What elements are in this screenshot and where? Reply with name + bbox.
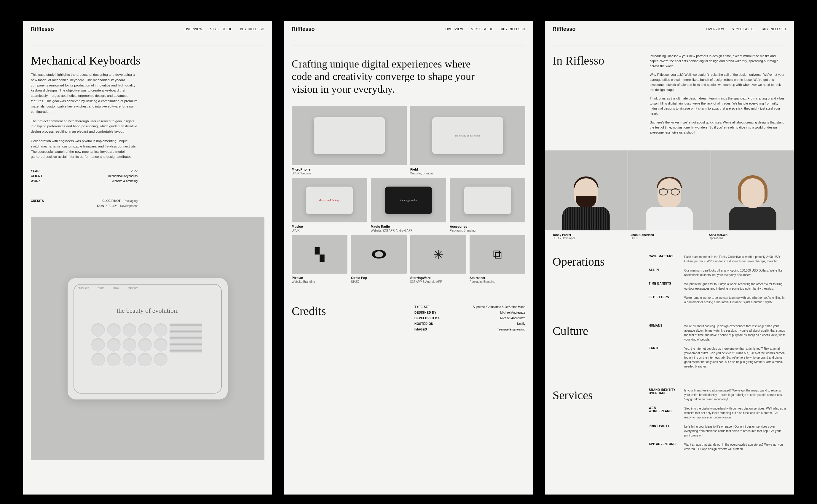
tablet-mockup: productsstorenowsupport the beauty of ev… <box>68 278 228 399</box>
avatar <box>545 150 628 230</box>
page-title: Mechanical Keyboards <box>31 54 265 68</box>
pane-case-study: Rifflesso OVERVIEW STYLE GUIDE BUY RIFLE… <box>23 21 272 495</box>
nav-overview[interactable]: OVERVIEW <box>446 28 463 31</box>
card-circlepop[interactable]: O Circle Pop UI/UX <box>351 235 407 286</box>
about-title: In Riflesso <box>552 54 638 139</box>
headline: Crafting unique digital experiences wher… <box>292 58 493 95</box>
nav-overview[interactable]: OVERVIEW <box>707 28 724 31</box>
credits-title: Credits <box>292 304 403 332</box>
brand-logo[interactable]: Rifflesso <box>292 26 315 32</box>
nav-overview[interactable]: OVERVIEW <box>185 28 202 31</box>
brand-logo[interactable]: Rifflesso <box>552 26 576 32</box>
portfolio-row-2: the record factory Musico UI/UX the magi… <box>292 178 525 235</box>
nav-links: OVERVIEW STYLE GUIDE BUY RIFLESSO <box>185 28 265 31</box>
culture-section: Culture HUMANSWe're all about cooking up… <box>552 324 786 373</box>
hero-image: productsstorenowsupport the beauty of ev… <box>31 217 265 460</box>
card-microphone[interactable]: MicroPhone UI/UX,Website <box>292 106 407 178</box>
card-magic-radio[interactable]: the magic radio Magic Radio Website, iOS… <box>371 178 446 235</box>
nav-styleguide[interactable]: STYLE GUIDE <box>471 28 493 31</box>
nav-buy[interactable]: BUY RIFLESSO <box>240 28 265 31</box>
card-accesories[interactable]: Accesories Packagin, Branding <box>450 178 525 235</box>
card-staircaser[interactable]: ⧉ Staircaser Packagin, Branding <box>470 235 525 286</box>
credits-block: CREDITSCLOE PINOT Packaging ROB PIRELLY … <box>31 198 137 208</box>
top-nav: Rifflesso OVERVIEW STYLE GUIDE BUY RIFLE… <box>545 21 794 37</box>
asterisk-icon: ✳ <box>433 247 443 262</box>
team-meta: Tonny ParkerCEO - Developer Jhon Sutherl… <box>552 233 786 240</box>
services-section: Services BRAND IDENTITY OVERHAULIs your … <box>552 388 786 456</box>
portfolio-row-3: ▚ Pixelan Website,Branding O Circle Pop … <box>292 235 525 286</box>
stair-icon: ⧉ <box>493 247 502 261</box>
nav-buy[interactable]: BUY RIFLESSO <box>762 28 786 31</box>
operations-section: Operations CASH MATTERSEach team member … <box>552 255 786 309</box>
pane-about: Rifflesso OVERVIEW STYLE GUIDE BUY RIFLE… <box>545 21 794 495</box>
top-nav: Rifflesso OVERVIEW STYLE GUIDE BUY RIFLE… <box>23 21 272 37</box>
circle-icon: O <box>371 247 387 261</box>
card-musico[interactable]: the record factory Musico UI/UX <box>292 178 367 235</box>
card-pixelan[interactable]: ▚ Pixelan Website,Branding <box>292 235 347 286</box>
avatar <box>711 150 794 230</box>
top-nav: Rifflesso OVERVIEW STYLE GUIDE BUY RIFLE… <box>284 21 533 37</box>
pixelan-icon: ▚ <box>315 247 324 262</box>
case-body: This case study highlights the process o… <box>31 72 137 160</box>
card-field[interactable]: the beauty of evolution. Field Website, … <box>410 106 525 178</box>
team-photos <box>545 150 794 230</box>
brand-logo[interactable]: Rifflesso <box>31 26 54 32</box>
pane-portfolio: Rifflesso OVERVIEW STYLE GUIDE BUY RIFLE… <box>284 21 533 495</box>
meta-block: YEAR2022 CLIENTMechanical Keyboards WORK… <box>31 168 265 184</box>
avatar <box>628 150 711 230</box>
nav-styleguide[interactable]: STYLE GUIDE <box>210 28 233 31</box>
nav-styleguide[interactable]: STYLE GUIDE <box>732 28 754 31</box>
credits-section: Credits TYPE SETSupreme, Gambarino & Jet… <box>292 304 525 332</box>
intro-section: In Riflesso Introducing Riflesso – your … <box>552 54 786 139</box>
portfolio-row-1: MicroPhone UI/UX,Website the beauty of e… <box>292 106 525 178</box>
nav-buy[interactable]: BUY RIFLESSO <box>501 28 525 31</box>
card-starringware[interactable]: ✳ StarringWare iOS APP & Android APP <box>410 235 466 286</box>
